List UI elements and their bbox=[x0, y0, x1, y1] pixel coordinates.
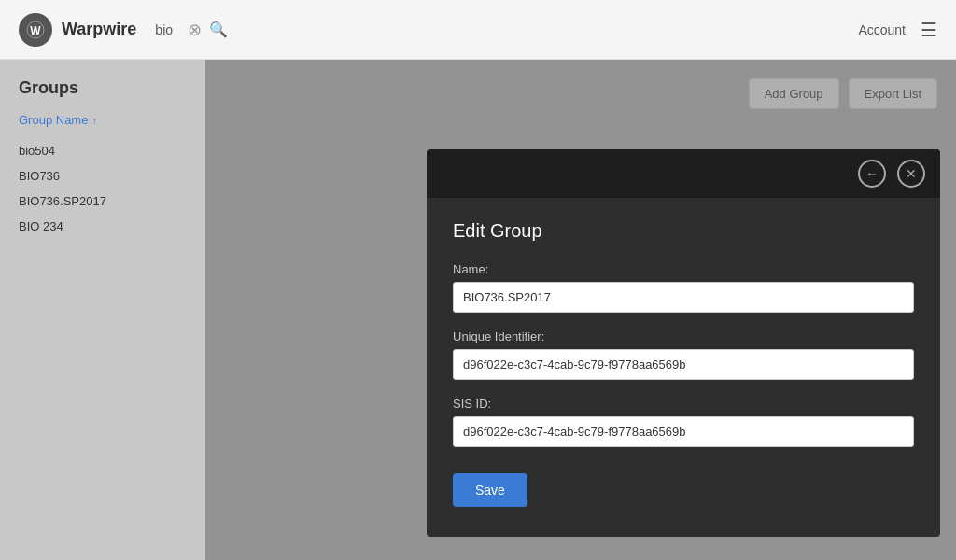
group-name-sort[interactable]: Group Name ↑ bbox=[19, 113, 187, 127]
search-query-text: bio bbox=[155, 22, 173, 37]
sidebar-item-bio736sp2017[interactable]: BIO736.SP2017 bbox=[19, 189, 187, 214]
name-input[interactable] bbox=[453, 282, 914, 313]
account-link[interactable]: Account bbox=[858, 22, 906, 37]
modal-body: Edit Group Name: Unique Identifier: SIS … bbox=[427, 198, 940, 537]
sidebar-item-bio736[interactable]: BIO736 bbox=[19, 163, 187, 189]
save-button[interactable]: Save bbox=[453, 473, 527, 507]
logo-area: W Warpwire bbox=[19, 13, 136, 47]
main-content: Groups Group Name ↑ bio504 BIO736 BIO736… bbox=[0, 60, 956, 560]
unique-id-label: Unique Identifier: bbox=[453, 329, 914, 343]
unique-id-input[interactable] bbox=[453, 349, 914, 380]
edit-group-modal: ← ✕ Edit Group Name: Unique Identifier: … bbox=[427, 149, 940, 537]
group-name-sort-label: Group Name bbox=[19, 113, 88, 127]
sidebar-item-bio234[interactable]: BIO 234 bbox=[19, 214, 187, 239]
name-form-group: Name: bbox=[453, 262, 914, 313]
sis-id-label: SIS ID: bbox=[453, 397, 914, 411]
warpwire-logo-icon: W bbox=[19, 13, 52, 47]
svg-text:W: W bbox=[30, 24, 41, 37]
sidebar-title: Groups bbox=[19, 78, 187, 98]
modal-title: Edit Group bbox=[453, 220, 914, 242]
logo-text: Warpwire bbox=[62, 20, 136, 39]
sidebar: Groups Group Name ↑ bio504 BIO736 BIO736… bbox=[0, 60, 205, 560]
name-label: Name: bbox=[453, 262, 914, 276]
modal-back-button[interactable]: ← bbox=[858, 160, 886, 188]
header-right: Account ☰ bbox=[858, 19, 937, 41]
menu-icon[interactable]: ☰ bbox=[921, 19, 937, 41]
sis-id-input[interactable] bbox=[453, 416, 914, 447]
sort-arrow-icon: ↑ bbox=[91, 115, 97, 126]
search-icon[interactable]: 🔍 bbox=[209, 21, 228, 38]
modal-header-bar: ← ✕ bbox=[427, 149, 940, 198]
search-area: bio ⊗ 🔍 bbox=[155, 20, 858, 40]
search-clear-icon[interactable]: ⊗ bbox=[188, 20, 202, 40]
modal-close-button[interactable]: ✕ bbox=[897, 160, 925, 188]
unique-id-form-group: Unique Identifier: bbox=[453, 329, 914, 380]
sidebar-item-bio504[interactable]: bio504 bbox=[19, 138, 187, 163]
sis-id-form-group: SIS ID: bbox=[453, 397, 914, 447]
header: W Warpwire bio ⊗ 🔍 Account ☰ bbox=[0, 0, 956, 60]
content-area: Add Group Export List ← ✕ Edit Group Nam… bbox=[205, 60, 956, 560]
